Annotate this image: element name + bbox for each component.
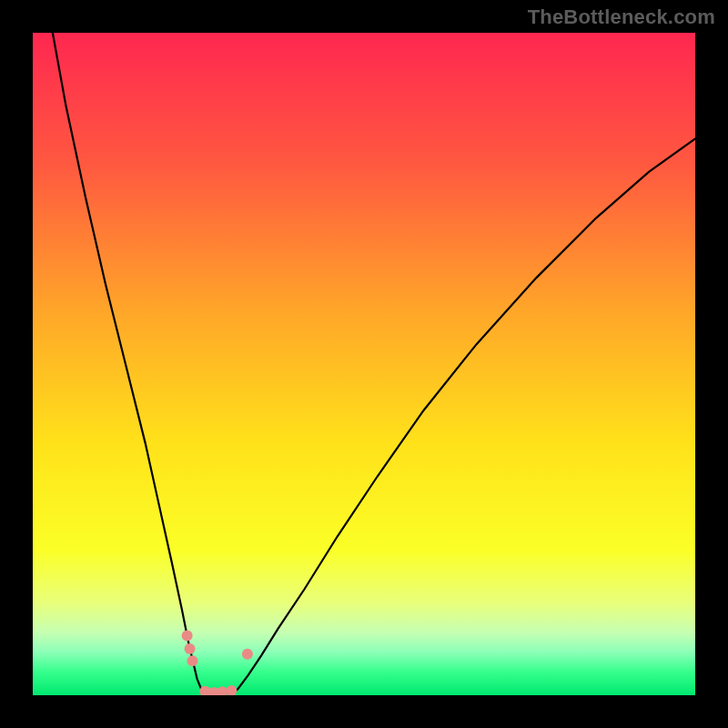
plot-area — [33, 33, 695, 695]
series-left-branch — [53, 33, 205, 695]
highlight-marker — [242, 649, 253, 660]
highlight-marker — [187, 655, 197, 666]
curves-layer — [33, 33, 695, 695]
highlight-marker — [182, 630, 193, 641]
highlight-marker — [226, 685, 237, 695]
series-right-branch — [231, 138, 695, 695]
highlight-marker — [185, 643, 196, 654]
watermark-text: TheBottleneck.com — [528, 5, 715, 29]
chart-frame: TheBottleneck.com — [0, 0, 728, 728]
